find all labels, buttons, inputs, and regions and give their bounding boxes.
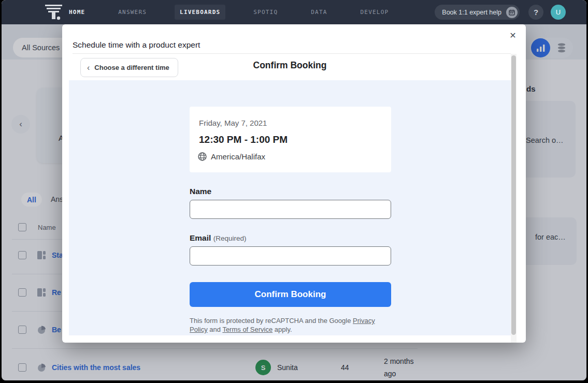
user-avatar[interactable]: U <box>551 5 566 20</box>
choose-different-time-button[interactable]: ‹ Choose a different time <box>80 58 178 77</box>
modal-title: Schedule time with a product expert <box>73 40 200 50</box>
name-input[interactable] <box>190 200 391 219</box>
book-expert-label: Book 1:1 expert help <box>442 9 501 16</box>
calendar-icon <box>506 7 518 18</box>
nav-item-liveboards[interactable]: LIVEBOARDS <box>175 5 225 20</box>
app-window: All Sources <box>2 0 586 380</box>
book-expert-button[interactable]: Book 1:1 expert help <box>435 5 520 20</box>
chevron-left-icon: ‹ <box>87 63 90 72</box>
slot-date: Friday, May 7, 2021 <box>199 119 267 127</box>
nav-menu: HOME ANSWERS LIVEBOARDS SPOTIQ DATA DEVE… <box>64 0 394 24</box>
recaptcha-notice: This form is protected by reCAPTCHA and … <box>190 316 391 334</box>
email-required-note: (Required) <box>213 234 247 242</box>
booking-body: Friday, May 7, 2021 12:30 PM - 1:00 PM A… <box>69 80 511 335</box>
globe-icon <box>198 152 207 161</box>
confirm-booking-button[interactable]: Confirm Booking <box>190 282 391 307</box>
recaptcha-text: apply. <box>273 326 292 333</box>
top-nav: HOME ANSWERS LIVEBOARDS SPOTIQ DATA DEVE… <box>2 0 586 24</box>
slot-time: 12:30 PM - 1:00 PM <box>199 134 288 145</box>
slot-timezone: America/Halifax <box>211 152 265 161</box>
email-input[interactable] <box>190 246 391 266</box>
nav-item-develop[interactable]: DEVELOP <box>355 5 394 20</box>
thoughtspot-logo[interactable] <box>44 4 66 20</box>
nav-item-data[interactable]: DATA <box>306 5 332 20</box>
modal-scrollbar[interactable] <box>511 54 517 343</box>
nav-item-home[interactable]: HOME <box>64 5 90 20</box>
name-label-text: Name <box>190 187 211 196</box>
recaptcha-text: This form is protected by reCAPTCHA and … <box>190 317 353 325</box>
nav-item-answers[interactable]: ANSWERS <box>113 5 152 20</box>
thoughtspot-logo-icon <box>44 4 66 20</box>
terms-of-service-link[interactable]: Terms of Service <box>222 326 273 333</box>
nav-item-spotiq[interactable]: SPOTIQ <box>248 5 283 20</box>
close-icon[interactable]: ✕ <box>507 30 519 41</box>
name-label: Name <box>190 187 211 196</box>
selected-slot-card: Friday, May 7, 2021 12:30 PM - 1:00 PM A… <box>190 107 391 172</box>
email-label: Email (Required) <box>190 233 246 243</box>
schedule-expert-modal: ✕ Schedule time with a product expert Co… <box>62 24 526 343</box>
back-button-label: Choose a different time <box>94 64 169 71</box>
help-button[interactable]: ? <box>528 5 543 20</box>
booking-widget: Confirm Booking ‹ Choose a different tim… <box>69 54 511 339</box>
slot-timezone-row: America/Halifax <box>198 152 265 161</box>
booking-header: Confirm Booking ‹ Choose a different tim… <box>69 54 511 80</box>
email-label-text: Email <box>190 233 211 242</box>
recaptcha-text: and <box>208 326 223 333</box>
scrollbar-thumb[interactable] <box>511 55 516 335</box>
